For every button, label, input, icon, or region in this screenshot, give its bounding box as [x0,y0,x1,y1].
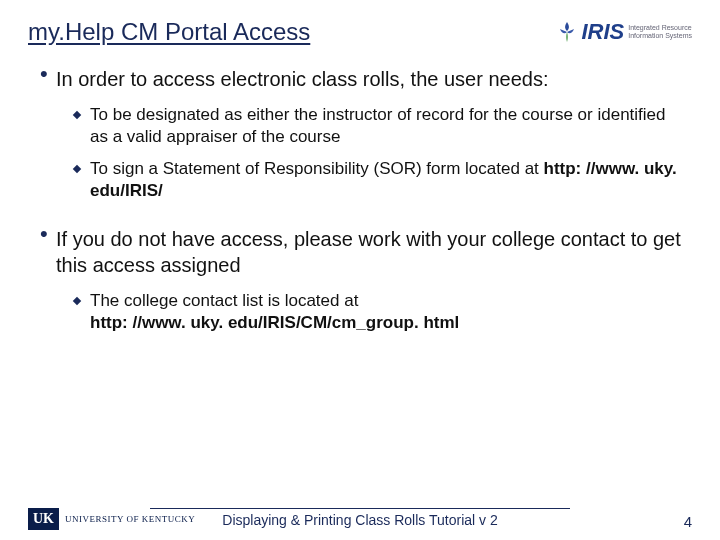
bullet-text: In order to access electronic class roll… [56,66,684,92]
iris-logo: IRIS Integrated Resource Information Sys… [555,19,692,45]
iris-logo-text: IRIS [581,19,624,45]
iris-logo-sub1: Integrated Resource [628,24,692,32]
page-number: 4 [684,513,692,530]
sub-bullet-item: The college contact list is located at h… [74,290,684,334]
sub-bullet-item: To be designated as either the instructo… [74,104,684,148]
iris-logo-sub2: Information Systems [628,32,692,40]
footer-caption: Displaying & Printing Class Rolls Tutori… [150,508,570,528]
uk-logo-box: UK [28,508,59,530]
page-title: my.Help CM Portal Access [28,18,310,46]
bullet-item: If you do not have access, please work w… [40,226,684,334]
sub-bullet-item: To sign a Statement of Responsibility (S… [74,158,684,202]
iris-flower-icon [555,20,579,44]
sub-bullet-text: To be designated as either the instructo… [90,104,684,148]
contact-list-link[interactable]: http: //www. uky. edu/IRIS/CM/cm_group. … [90,313,459,332]
sub-bullet-text: The college contact list is located at h… [90,290,684,334]
slide-content: In order to access electronic class roll… [0,46,720,335]
sub-bullet-text: To sign a Statement of Responsibility (S… [90,158,684,202]
bullet-text: If you do not have access, please work w… [56,226,684,278]
bullet-item: In order to access electronic class roll… [40,66,684,202]
